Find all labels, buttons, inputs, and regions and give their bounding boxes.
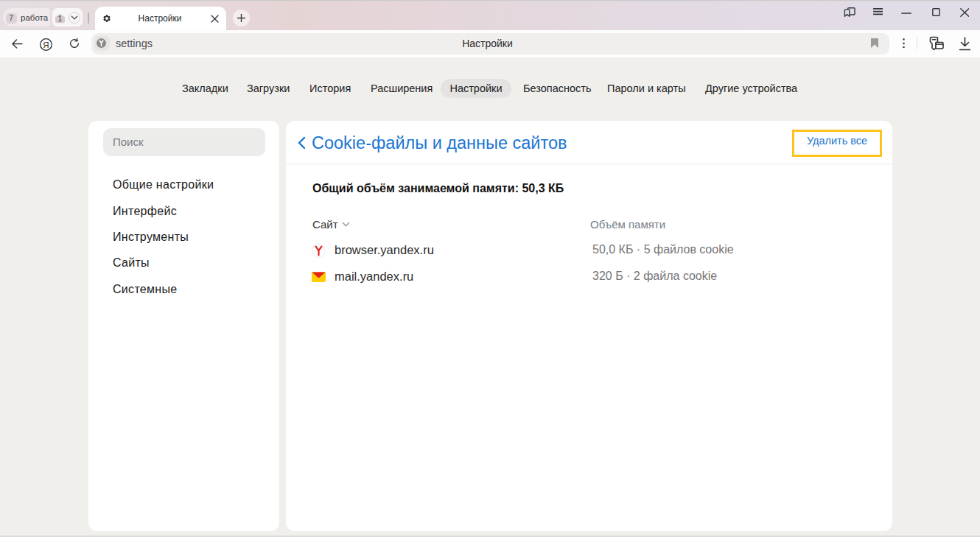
- svg-text:Я: Я: [43, 40, 49, 49]
- svg-text:1: 1: [58, 14, 63, 23]
